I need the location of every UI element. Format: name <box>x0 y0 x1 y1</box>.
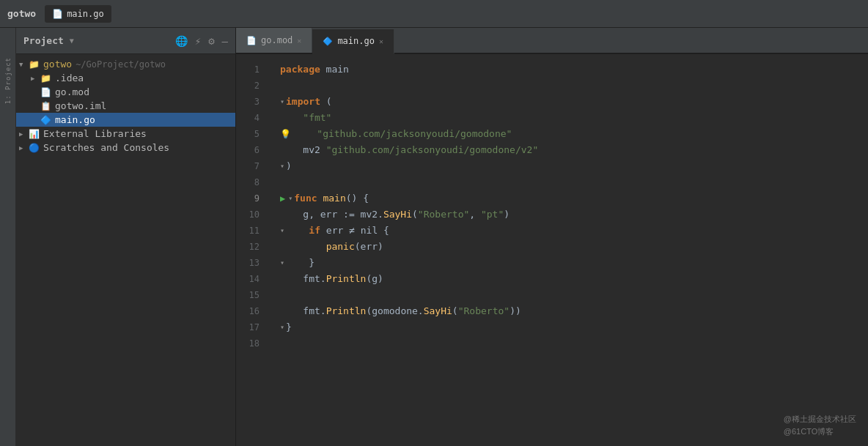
watermark: @稀土掘金技术社区 @61CTO博客 <box>784 413 856 437</box>
tab-icon-gomod: 📄 <box>246 36 257 45</box>
code-line-4: "fmt" <box>280 110 868 126</box>
ln-12: 12 <box>236 239 265 255</box>
project-tree: ▼ 📁 gotwo ~/GoProject/gotwo ▶ 📁 .idea 📄 … <box>16 54 235 446</box>
title-tab-label: main.go <box>67 9 104 19</box>
fold-icon-11[interactable]: ▾ <box>280 223 284 239</box>
title-bar: gotwo 📄 main.go <box>0 0 868 28</box>
ln-4: 4 <box>236 110 265 126</box>
code-line-16: fmt.Println(gomodone.SayHi("Roberto")) <box>280 303 868 319</box>
editor-tab-maingo[interactable]: 🔷 main.go ✕ <box>312 29 394 54</box>
ln-10: 10 <box>236 207 265 223</box>
ln-9: 9 <box>236 190 265 207</box>
tab-label-gomod: go.mod <box>261 35 293 45</box>
code-line-18 <box>280 335 868 352</box>
tree-item-gotwo[interactable]: ▼ 📁 gotwo ~/GoProject/gotwo <box>16 57 235 71</box>
lightbulb-icon[interactable]: 💡 <box>280 126 291 142</box>
code-line-7: ▾) <box>280 158 868 174</box>
code-content[interactable]: package main ▾import ( "fmt" 💡 "github.c… <box>273 54 868 446</box>
code-line-6: mv2 "github.com/jacksonyoudi/gomodone/v2… <box>280 142 868 158</box>
project-header: Project ▼ 🌐 ⚡ ⚙ — <box>16 28 235 54</box>
ln-8: 8 <box>236 174 265 190</box>
code-line-11: ▾ if err ≠ nil { <box>280 223 868 239</box>
watermark-line1: @稀土掘金技术社区 <box>784 413 856 425</box>
ln-11: 11 <box>236 223 265 239</box>
side-strip-label: 1: Project <box>4 57 12 104</box>
minimize-icon[interactable]: — <box>222 35 228 47</box>
tab-close-maingo[interactable]: ✕ <box>379 37 383 45</box>
editor-tab-gomod[interactable]: 📄 go.mod ✕ <box>236 28 312 53</box>
folder-closed-icon: 📁 <box>40 73 51 83</box>
tree-item-gomod[interactable]: 📄 go.mod <box>16 85 235 99</box>
file-mod-icon: 📄 <box>40 87 51 97</box>
tree-item-iml[interactable]: 📋 gotwo.iml <box>16 99 235 113</box>
code-line-2 <box>280 78 868 94</box>
code-line-10: g, err := mv2.SayHi("Roberto", "pt") <box>280 207 868 223</box>
fold-icon-9[interactable]: ▾ <box>288 190 293 207</box>
tab-close-gomod[interactable]: ✕ <box>297 37 301 45</box>
tree-arrow-extlibs: ▶ <box>19 130 26 138</box>
watermark-line2: @61CTO博客 <box>784 425 856 438</box>
code-line-5: 💡 "github.com/jacksonyoudi/gomodone" <box>280 126 868 142</box>
run-arrow-icon[interactable]: ▶ <box>280 190 285 207</box>
title-tab-maingo[interactable]: 📄 main.go <box>45 5 111 23</box>
editor-area: 📄 go.mod ✕ 🔷 main.go ✕ 1 2 3 4 5 6 7 8 <box>236 28 868 446</box>
code-area[interactable]: 1 2 3 4 5 6 7 8 9 10 11 12 13 14 15 16 1… <box>236 54 868 446</box>
ln-3: 3 <box>236 94 265 110</box>
main-area: 1: Project Project ▼ 🌐 ⚡ ⚙ — ▼ 📁 gotwo ~… <box>0 28 868 446</box>
code-line-9: ▶▾func main() { <box>280 190 868 207</box>
code-line-15 <box>280 287 868 303</box>
scratches-icon: 🔵 <box>29 143 40 153</box>
editor-tabs: 📄 go.mod ✕ 🔷 main.go ✕ <box>236 28 868 54</box>
tree-item-idea[interactable]: ▶ 📁 .idea <box>16 71 235 85</box>
app-title: gotwo <box>7 8 36 19</box>
sync-icon[interactable]: ⚡ <box>195 35 201 47</box>
tree-path-gotwo: ~/GoProject/gotwo <box>76 59 166 70</box>
ln-2: 2 <box>236 78 265 94</box>
tree-label-idea: .idea <box>55 73 84 83</box>
folder-icon: 📁 <box>29 59 40 70</box>
code-line-13: ▾ } <box>280 255 868 271</box>
ln-18: 18 <box>236 335 265 352</box>
code-line-12: panic(err) <box>280 239 868 255</box>
project-dropdown-arrow[interactable]: ▼ <box>70 37 74 45</box>
tree-arrow-gotwo: ▼ <box>19 61 26 68</box>
tree-item-maingo[interactable]: 🔷 main.go <box>16 113 235 127</box>
code-line-8 <box>280 174 868 190</box>
title-tab-icon: 📄 <box>52 9 63 19</box>
code-line-14: fmt.Println(g) <box>280 271 868 287</box>
tree-item-extlibs[interactable]: ▶ 📊 External Libraries <box>16 127 235 141</box>
tree-label-maingo: main.go <box>55 114 95 125</box>
side-strip: 1: Project <box>0 28 16 446</box>
file-go-icon: 🔷 <box>40 115 51 125</box>
fold-icon-17[interactable]: ▾ <box>280 319 284 335</box>
ln-6: 6 <box>236 142 265 158</box>
project-title: Project <box>23 35 64 46</box>
tab-icon-maingo: 🔷 <box>323 37 333 46</box>
line-numbers: 1 2 3 4 5 6 7 8 9 10 11 12 13 14 15 16 1… <box>236 54 273 446</box>
globe-icon[interactable]: 🌐 <box>175 35 188 47</box>
ln-7: 7 <box>236 158 265 174</box>
tree-item-scratches[interactable]: ▶ 🔵 Scratches and Consoles <box>16 141 235 155</box>
tree-label-extlibs: External Libraries <box>43 128 147 139</box>
fold-icon-7[interactable]: ▾ <box>280 158 284 174</box>
tree-label-iml: gotwo.iml <box>55 100 106 111</box>
fold-icon-13[interactable]: ▾ <box>280 255 284 271</box>
ln-15: 15 <box>236 287 265 303</box>
ln-5: 5 <box>236 126 265 142</box>
library-icon: 📊 <box>29 129 40 139</box>
ln-1: 1 <box>236 62 265 78</box>
tree-label-gotwo: gotwo <box>43 59 72 70</box>
tab-label-maingo: main.go <box>337 36 375 46</box>
ln-13: 13 <box>236 255 265 271</box>
project-header-icons: 🌐 ⚡ ⚙ — <box>175 35 228 47</box>
tree-arrow-idea: ▶ <box>31 75 38 82</box>
file-iml-icon: 📋 <box>40 101 51 111</box>
gear-icon[interactable]: ⚙ <box>208 35 214 47</box>
tree-label-scratches: Scratches and Consoles <box>43 142 169 153</box>
tree-label-gomod: go.mod <box>55 86 89 97</box>
ln-14: 14 <box>236 271 265 287</box>
ln-16: 16 <box>236 303 265 319</box>
fold-icon-3[interactable]: ▾ <box>280 94 284 110</box>
tree-arrow-scratches: ▶ <box>19 144 26 152</box>
project-panel: Project ▼ 🌐 ⚡ ⚙ — ▼ 📁 gotwo ~/GoProject/… <box>16 28 236 446</box>
